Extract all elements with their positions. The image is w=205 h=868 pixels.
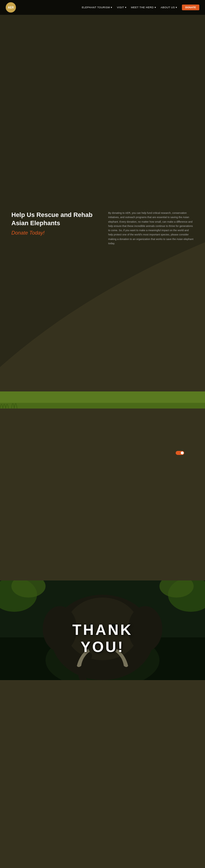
nav-links: ELEPHANT TOURISM VISIT MEET THE HERD ABO… [82, 5, 199, 10]
logo-text: AER [8, 6, 14, 9]
rescue-heading: Help Us Rescue and Rehab Asian Elephants [11, 211, 97, 227]
nav-logo: AER [6, 2, 16, 12]
rescue-donate-today: Donate Today! [11, 230, 97, 236]
thankyou-text: THANK YOU! [51, 621, 154, 655]
navigation: AER ELEPHANT TOURISM VISIT MEET THE HERD… [0, 0, 205, 15]
rescue-section: Help Us Rescue and Rehab Asian Elephants… [0, 197, 205, 260]
nav-donate-button[interactable]: DONATE [182, 5, 199, 10]
thankyou-hero: THANK YOU! [0, 581, 205, 680]
rescue-right: By donating to AER, you can help fund cr… [108, 211, 194, 246]
rescue-left: Help Us Rescue and Rehab Asian Elephants… [11, 211, 97, 236]
thankyou-title: THANK YOU! [51, 621, 154, 655]
rescue-body: By donating to AER, you can help fund cr… [108, 211, 194, 246]
nav-meet-herd[interactable]: MEET THE HERD [131, 6, 156, 9]
footer-grass-1 [0, 392, 205, 408]
nav-elephant-tourism[interactable]: ELEPHANT TOURISM [82, 6, 113, 9]
nav-visit[interactable]: VISIT [117, 6, 126, 9]
payment-toggle[interactable] [176, 451, 184, 455]
svg-rect-22 [0, 403, 205, 408]
nav-about-us[interactable]: ABOUT US [160, 6, 177, 9]
